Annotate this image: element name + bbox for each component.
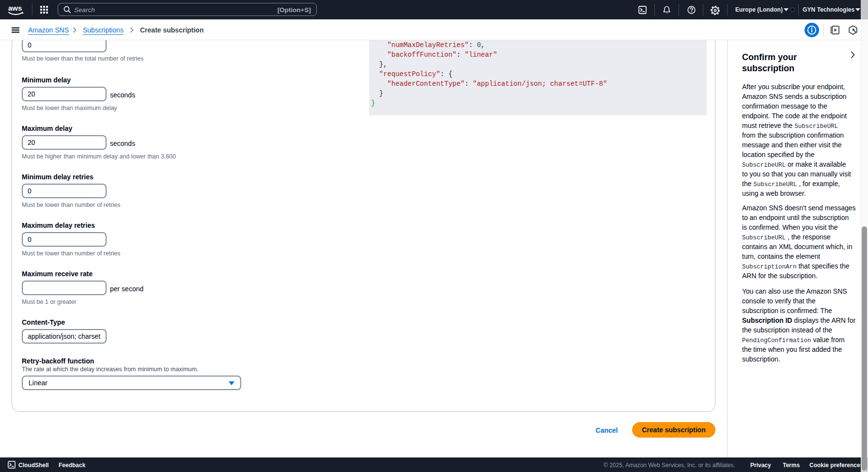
svg-text:aws: aws bbox=[8, 4, 22, 12]
